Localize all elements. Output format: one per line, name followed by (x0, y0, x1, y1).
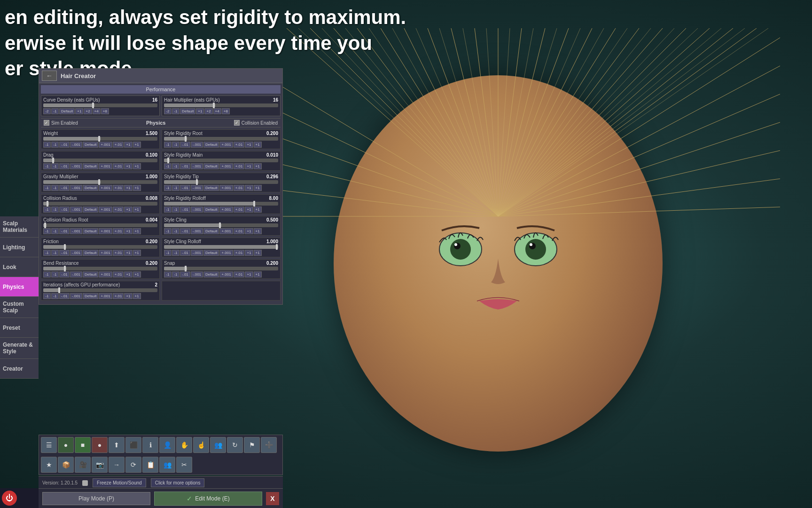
param-btn-0-0-6[interactable]: +.01 (113, 142, 124, 148)
param-btn-1-4-4[interactable]: Default (203, 228, 219, 234)
freeze-button[interactable]: Freeze Motion/Sound (93, 478, 146, 487)
param-btn-0-2-7[interactable]: +1 (124, 185, 132, 191)
param-btn-0-0-8[interactable]: +1 (133, 142, 141, 148)
param-btn-0-5-3[interactable]: -.001 (70, 250, 82, 256)
param-btn-0-7-1[interactable]: -1 (51, 293, 59, 299)
tool-rotate[interactable]: ↻ (227, 437, 243, 453)
sidebar-item-scalp-materials[interactable]: Scalp Materials (0, 216, 39, 238)
param-btn-1-0-3[interactable]: -.001 (191, 142, 203, 148)
param-btn-1-5-8[interactable]: +1 (254, 250, 262, 256)
param-btn-1-5-3[interactable]: -.001 (191, 250, 203, 256)
curve-density-slider[interactable] (43, 103, 157, 107)
param-btn-0-6-0[interactable]: -1 (43, 271, 51, 278)
sim-enabled-container[interactable]: ✓ Sim Enabled (44, 120, 78, 126)
param-btn-0-5-1[interactable]: -1 (51, 250, 59, 256)
param-btn-1-2-5[interactable]: +.001 (219, 185, 233, 191)
param-btn-0-7-4[interactable]: Default (83, 293, 98, 299)
param-btn-1-6-8[interactable]: +1 (254, 271, 262, 278)
param-btn-1-6-4[interactable]: Default (203, 271, 219, 278)
param-btn-1-6-1[interactable]: -1 (172, 271, 180, 278)
param-btn-0-6-2[interactable]: -.01 (59, 271, 70, 278)
param-btn-0-4-1[interactable]: -1 (51, 228, 59, 234)
param-btn-1-5-0[interactable]: -1 (164, 250, 172, 256)
param-btn-1-1-4[interactable]: Default (203, 163, 219, 169)
param-btn-1-0-8[interactable]: +1 (254, 142, 262, 148)
param-btn-1-3-7[interactable]: +1 (245, 206, 253, 213)
param-btn-0-4-8[interactable]: +1 (133, 228, 141, 234)
param-btn-1-2-0[interactable]: -1 (164, 185, 172, 191)
param-btn-0-5-8[interactable]: +1 (133, 250, 141, 256)
param-btn-0-1-7[interactable]: +1 (124, 163, 132, 169)
tool-upload[interactable]: ⬆ (109, 437, 125, 453)
cd-btn-plus1[interactable]: +1 (75, 108, 83, 114)
cd-btn-minus2[interactable]: -2 (43, 108, 51, 114)
param-btn-0-0-1[interactable]: -1 (51, 142, 59, 148)
param-btn-0-1-5[interactable]: +.001 (99, 163, 112, 169)
param-slider-1-4[interactable] (164, 223, 278, 227)
param-btn-0-1-1[interactable]: -1 (51, 163, 59, 169)
play-mode-button[interactable]: Play Mode (P) (42, 492, 150, 505)
param-btn-1-4-7[interactable]: +1 (245, 228, 253, 234)
more-options-button[interactable]: Click for more options (151, 478, 205, 487)
hm-btn-plus1[interactable]: +1 (196, 108, 204, 114)
param-btn-0-4-5[interactable]: +.001 (99, 228, 112, 234)
param-btn-1-5-4[interactable]: Default (203, 250, 219, 256)
param-btn-0-5-5[interactable]: +.001 (99, 250, 112, 256)
param-btn-1-2-1[interactable]: -1 (172, 185, 180, 191)
param-btn-0-1-3[interactable]: -.001 (70, 163, 82, 169)
param-btn-0-1-0[interactable]: -1 (43, 163, 51, 169)
hm-btn-default[interactable]: Default (180, 108, 195, 114)
hair-multiplier-slider[interactable] (164, 103, 278, 107)
param-btn-0-0-3[interactable]: -.001 (70, 142, 82, 148)
param-btn-0-6-6[interactable]: +.01 (113, 271, 124, 278)
param-btn-1-5-7[interactable]: +1 (245, 250, 253, 256)
tool-hand[interactable]: ✋ (176, 437, 192, 453)
param-btn-1-3-8[interactable]: +1 (254, 206, 262, 213)
param-btn-1-5-1[interactable]: -1 (172, 250, 180, 256)
sidebar-item-lighting[interactable]: Lighting (0, 238, 39, 257)
param-btn-1-3-2[interactable]: -.01 (180, 206, 190, 213)
param-btn-1-1-8[interactable]: +1 (254, 163, 262, 169)
param-btn-0-7-5[interactable]: +.001 (99, 293, 112, 299)
param-btn-1-3-1[interactable]: -1 (172, 206, 180, 213)
param-btn-0-6-4[interactable]: Default (83, 271, 98, 278)
param-btn-0-3-0[interactable]: -1 (43, 206, 51, 213)
tool-camera[interactable]: 📷 (92, 457, 108, 473)
hm-btn-minus2[interactable]: -2 (164, 108, 172, 114)
edit-mode-button[interactable]: ✓ Edit Mode (E) (154, 492, 262, 506)
param-btn-1-1-1[interactable]: -1 (172, 163, 180, 169)
tool-person[interactable]: 👤 (159, 437, 175, 453)
tool-cycle[interactable]: ⟳ (125, 457, 141, 473)
sidebar-item-physics[interactable]: Physics (0, 277, 39, 297)
param-btn-0-0-7[interactable]: +1 (124, 142, 132, 148)
param-btn-1-1-6[interactable]: +.01 (234, 163, 245, 169)
param-btn-1-1-0[interactable]: -1 (164, 163, 172, 169)
param-btn-1-0-5[interactable]: +.001 (219, 142, 233, 148)
param-btn-1-6-3[interactable]: -.001 (191, 271, 203, 278)
tool-flag[interactable]: ⚑ (244, 437, 260, 453)
param-btn-0-7-2[interactable]: -.01 (59, 293, 70, 299)
tool-red[interactable]: ● (92, 437, 108, 453)
param-slider-1-2[interactable] (164, 180, 278, 184)
param-btn-1-3-3[interactable]: -.001 (191, 206, 203, 213)
param-btn-0-6-3[interactable]: -.001 (70, 271, 82, 278)
power-button[interactable]: ⏻ (2, 491, 17, 506)
param-btn-1-2-4[interactable]: Default (203, 185, 219, 191)
param-btn-0-5-0[interactable]: -1 (43, 250, 51, 256)
param-btn-0-7-6[interactable]: +.01 (113, 293, 124, 299)
param-btn-1-1-3[interactable]: -.001 (191, 163, 203, 169)
param-btn-0-4-3[interactable]: -.001 (70, 228, 82, 234)
param-btn-0-4-2[interactable]: -.01 (59, 228, 70, 234)
param-btn-0-0-5[interactable]: +.001 (99, 142, 112, 148)
hm-btn-plus8[interactable]: +8 (222, 108, 230, 114)
param-btn-1-3-4[interactable]: Default (203, 206, 219, 213)
param-slider-0-2[interactable] (43, 180, 157, 184)
param-btn-0-7-8[interactable]: +1 (133, 293, 141, 299)
param-btn-0-3-2[interactable]: -.01 (59, 206, 70, 213)
param-btn-0-3-6[interactable]: +.01 (113, 206, 124, 213)
param-btn-1-6-6[interactable]: +.01 (234, 271, 245, 278)
hm-btn-plus2[interactable]: +2 (204, 108, 212, 114)
param-btn-0-6-1[interactable]: -1 (51, 271, 59, 278)
param-btn-1-0-2[interactable]: -.01 (180, 142, 190, 148)
sidebar-item-look[interactable]: Look (0, 257, 39, 277)
